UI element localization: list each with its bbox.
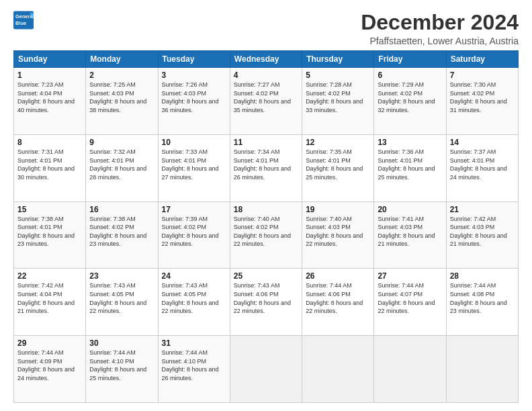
day-info: Sunrise: 7:44 AMSunset: 4:06 PMDaylight:…	[306, 282, 363, 314]
day-info: Sunrise: 7:32 AMSunset: 4:01 PMDaylight:…	[89, 148, 146, 181]
calendar-cell: 26Sunrise: 7:44 AMSunset: 4:06 PMDayligh…	[302, 269, 374, 336]
day-info: Sunrise: 7:42 AMSunset: 4:04 PMDaylight:…	[17, 282, 75, 314]
day-number: 29	[17, 338, 82, 348]
day-number: 4	[234, 71, 298, 80]
calendar-cell	[446, 336, 518, 403]
day-info: Sunrise: 7:40 AMSunset: 4:03 PMDaylight:…	[306, 216, 363, 248]
day-number: 20	[378, 205, 442, 214]
header: General Blue December 2024 Pfaffstaetten…	[13, 11, 519, 46]
calendar-cell: 29Sunrise: 7:44 AMSunset: 4:09 PMDayligh…	[14, 336, 86, 403]
day-info: Sunrise: 7:41 AMSunset: 4:03 PMDaylight:…	[378, 216, 435, 248]
calendar-cell: 18Sunrise: 7:40 AMSunset: 4:02 PMDayligh…	[230, 201, 302, 269]
calendar-cell: 7Sunrise: 7:30 AMSunset: 4:02 PMDaylight…	[446, 68, 518, 135]
calendar-cell: 12Sunrise: 7:35 AMSunset: 4:01 PMDayligh…	[302, 134, 374, 201]
day-info: Sunrise: 7:37 AMSunset: 4:01 PMDaylight:…	[450, 148, 507, 181]
calendar-cell: 11Sunrise: 7:34 AMSunset: 4:01 PMDayligh…	[230, 134, 302, 201]
calendar-week-4: 22Sunrise: 7:42 AMSunset: 4:04 PMDayligh…	[14, 269, 519, 336]
day-info: Sunrise: 7:28 AMSunset: 4:02 PMDaylight:…	[306, 81, 363, 113]
main-title: December 2024	[361, 11, 519, 34]
day-info: Sunrise: 7:33 AMSunset: 4:01 PMDaylight:…	[162, 148, 219, 181]
day-number: 25	[234, 271, 298, 281]
calendar-cell: 8Sunrise: 7:31 AMSunset: 4:01 PMDaylight…	[14, 134, 86, 201]
day-number: 9	[89, 138, 154, 147]
calendar-cell: 22Sunrise: 7:42 AMSunset: 4:04 PMDayligh…	[14, 269, 86, 336]
calendar-cell: 20Sunrise: 7:41 AMSunset: 4:03 PMDayligh…	[374, 201, 446, 269]
title-block: December 2024 Pfaffstaetten, Lower Austr…	[361, 11, 519, 46]
calendar-page: General Blue December 2024 Pfaffstaetten…	[0, 0, 532, 411]
day-info: Sunrise: 7:31 AMSunset: 4:01 PMDaylight:…	[17, 148, 75, 181]
calendar-cell: 9Sunrise: 7:32 AMSunset: 4:01 PMDaylight…	[86, 134, 158, 201]
day-info: Sunrise: 7:44 AMSunset: 4:07 PMDaylight:…	[378, 282, 435, 314]
calendar-cell: 6Sunrise: 7:29 AMSunset: 4:02 PMDaylight…	[374, 68, 446, 135]
day-info: Sunrise: 7:44 AMSunset: 4:10 PMDaylight:…	[162, 349, 219, 381]
calendar-cell: 13Sunrise: 7:36 AMSunset: 4:01 PMDayligh…	[374, 134, 446, 201]
calendar-week-5: 29Sunrise: 7:44 AMSunset: 4:09 PMDayligh…	[14, 336, 519, 403]
calendar-cell: 16Sunrise: 7:38 AMSunset: 4:02 PMDayligh…	[86, 201, 158, 269]
day-info: Sunrise: 7:38 AMSunset: 4:02 PMDaylight:…	[89, 216, 146, 248]
calendar-cell: 24Sunrise: 7:43 AMSunset: 4:05 PMDayligh…	[158, 269, 230, 336]
day-number: 19	[306, 205, 370, 214]
col-saturday: Saturday	[446, 51, 518, 68]
day-info: Sunrise: 7:29 AMSunset: 4:02 PMDaylight:…	[378, 81, 435, 113]
day-info: Sunrise: 7:43 AMSunset: 4:06 PMDaylight:…	[234, 282, 291, 314]
day-number: 30	[89, 338, 154, 348]
calendar-week-1: 1Sunrise: 7:23 AMSunset: 4:04 PMDaylight…	[14, 68, 519, 135]
logo: General Blue	[13, 11, 34, 30]
day-number: 14	[450, 138, 515, 147]
day-number: 11	[234, 138, 298, 147]
day-number: 24	[162, 271, 226, 281]
calendar-cell: 31Sunrise: 7:44 AMSunset: 4:10 PMDayligh…	[158, 336, 230, 403]
calendar-cell	[302, 336, 374, 403]
day-info: Sunrise: 7:43 AMSunset: 4:05 PMDaylight:…	[89, 282, 146, 314]
day-info: Sunrise: 7:26 AMSunset: 4:03 PMDaylight:…	[162, 81, 219, 113]
calendar-cell: 28Sunrise: 7:44 AMSunset: 4:08 PMDayligh…	[446, 269, 518, 336]
day-info: Sunrise: 7:44 AMSunset: 4:09 PMDaylight:…	[17, 349, 75, 381]
calendar-cell: 17Sunrise: 7:39 AMSunset: 4:02 PMDayligh…	[158, 201, 230, 269]
day-info: Sunrise: 7:44 AMSunset: 4:08 PMDaylight:…	[450, 282, 507, 314]
day-number: 23	[89, 271, 154, 281]
calendar-cell: 23Sunrise: 7:43 AMSunset: 4:05 PMDayligh…	[86, 269, 158, 336]
col-sunday: Sunday	[14, 51, 86, 68]
calendar-cell: 25Sunrise: 7:43 AMSunset: 4:06 PMDayligh…	[230, 269, 302, 336]
day-info: Sunrise: 7:23 AMSunset: 4:04 PMDaylight:…	[17, 81, 75, 113]
calendar-cell: 2Sunrise: 7:25 AMSunset: 4:03 PMDaylight…	[86, 68, 158, 135]
day-number: 2	[89, 71, 154, 80]
calendar-week-3: 15Sunrise: 7:38 AMSunset: 4:01 PMDayligh…	[14, 201, 519, 269]
logo-icon: General Blue	[13, 11, 34, 30]
day-number: 15	[17, 205, 82, 214]
day-number: 12	[306, 138, 370, 147]
calendar-cell: 19Sunrise: 7:40 AMSunset: 4:03 PMDayligh…	[302, 201, 374, 269]
calendar-cell: 4Sunrise: 7:27 AMSunset: 4:02 PMDaylight…	[230, 68, 302, 135]
calendar-table: Sunday Monday Tuesday Wednesday Thursday…	[13, 50, 519, 403]
day-info: Sunrise: 7:40 AMSunset: 4:02 PMDaylight:…	[234, 216, 291, 248]
day-info: Sunrise: 7:34 AMSunset: 4:01 PMDaylight:…	[234, 148, 291, 181]
col-tuesday: Tuesday	[158, 51, 230, 68]
day-info: Sunrise: 7:35 AMSunset: 4:01 PMDaylight:…	[306, 148, 363, 181]
calendar-cell: 3Sunrise: 7:26 AMSunset: 4:03 PMDaylight…	[158, 68, 230, 135]
day-number: 17	[162, 205, 226, 214]
day-info: Sunrise: 7:30 AMSunset: 4:02 PMDaylight:…	[450, 81, 507, 113]
calendar-cell: 30Sunrise: 7:44 AMSunset: 4:10 PMDayligh…	[86, 336, 158, 403]
day-number: 1	[17, 71, 82, 80]
day-info: Sunrise: 7:25 AMSunset: 4:03 PMDaylight:…	[89, 81, 146, 113]
day-number: 7	[450, 71, 515, 80]
day-number: 18	[234, 205, 298, 214]
day-number: 5	[306, 71, 370, 80]
calendar-cell: 10Sunrise: 7:33 AMSunset: 4:01 PMDayligh…	[158, 134, 230, 201]
calendar-cell: 21Sunrise: 7:42 AMSunset: 4:03 PMDayligh…	[446, 201, 518, 269]
day-number: 16	[89, 205, 154, 214]
subtitle: Pfaffstaetten, Lower Austria, Austria	[361, 36, 519, 46]
day-number: 27	[378, 271, 442, 281]
day-number: 22	[17, 271, 82, 281]
day-info: Sunrise: 7:43 AMSunset: 4:05 PMDaylight:…	[162, 282, 219, 314]
day-info: Sunrise: 7:36 AMSunset: 4:01 PMDaylight:…	[378, 148, 435, 181]
day-number: 28	[450, 271, 515, 281]
svg-text:Blue: Blue	[15, 20, 26, 26]
calendar-cell	[374, 336, 446, 403]
calendar-cell	[230, 336, 302, 403]
col-friday: Friday	[374, 51, 446, 68]
col-monday: Monday	[86, 51, 158, 68]
col-thursday: Thursday	[302, 51, 374, 68]
day-number: 8	[17, 138, 82, 147]
calendar-cell: 5Sunrise: 7:28 AMSunset: 4:02 PMDaylight…	[302, 68, 374, 135]
